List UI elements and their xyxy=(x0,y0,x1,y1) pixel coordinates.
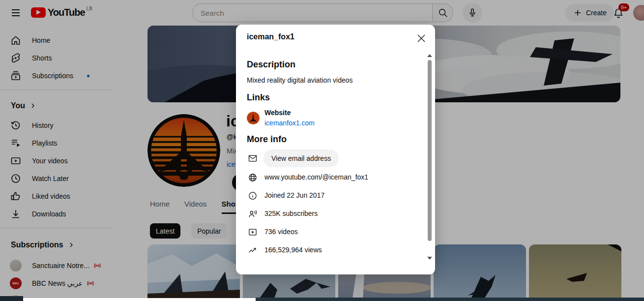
bottom-bar-segment xyxy=(0,296,23,301)
website-url-link[interactable]: icemanfox1.com xyxy=(264,119,315,127)
views-icon xyxy=(248,245,258,255)
close-icon[interactable] xyxy=(415,32,427,44)
website-label: Website xyxy=(264,109,291,117)
email-icon xyxy=(248,153,258,163)
more-info-heading: More info xyxy=(247,134,287,145)
channel-url: www.youtube.com/@iceman_fox1 xyxy=(264,173,368,181)
info-icon xyxy=(248,191,258,201)
video-count: 736 videos xyxy=(264,228,298,236)
links-heading: Links xyxy=(247,92,270,103)
subscriber-count: 325K subscribers xyxy=(264,210,318,217)
scroll-up-arrow[interactable] xyxy=(427,54,432,57)
dialog-scrollbar[interactable] xyxy=(428,60,432,241)
bottom-bar-segment xyxy=(256,298,644,301)
view-email-button[interactable]: View email address xyxy=(263,150,339,167)
globe-icon xyxy=(248,173,258,182)
scroll-down-arrow[interactable] xyxy=(427,257,432,260)
subscribers-icon xyxy=(248,209,258,219)
youtube-page: YouTube LB Create 9+ xyxy=(0,0,644,301)
bottom-bar-segment xyxy=(23,298,256,301)
view-count: 166,529,964 views xyxy=(264,246,322,254)
website-favicon xyxy=(247,112,260,124)
videos-icon xyxy=(248,227,258,237)
joined-date: Joined 22 Jun 2017 xyxy=(264,191,324,199)
dialog-title: iceman_fox1 xyxy=(247,32,294,41)
description-text: Mixed reality digital aviation videos xyxy=(247,76,353,84)
channel-about-dialog: iceman_fox1 Description Mixed reality di… xyxy=(236,25,435,274)
description-heading: Description xyxy=(247,60,295,70)
